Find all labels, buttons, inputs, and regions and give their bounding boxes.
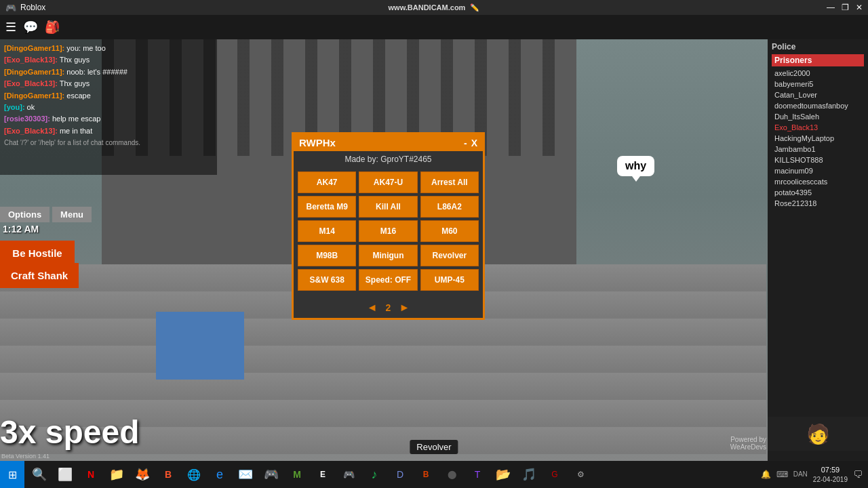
ie-icon[interactable]: e	[208, 462, 232, 487]
hack-btn-row-2: Beretta M9 Kill All L86A2	[298, 196, 479, 218]
sw638-button[interactable]: S&W 638	[298, 269, 356, 291]
backpack-icon[interactable]: 🎒	[45, 20, 60, 35]
speech-bubble: why	[617, 156, 654, 176]
hack-dialog-title: RWPHx	[299, 137, 336, 148]
minecraft-icon[interactable]: M	[285, 462, 309, 487]
weapon-tooltip: Revolver	[410, 440, 458, 454]
spotify-icon[interactable]: ♪	[362, 462, 387, 487]
be-hostile-button[interactable]: Be Hostile	[0, 241, 75, 266]
minimize-button[interactable]: —	[827, 3, 835, 12]
chat-message-5: [DingoGamer11]: escape	[4, 91, 213, 101]
m14-button[interactable]: M14	[298, 220, 356, 242]
beretta-button[interactable]: Beretta M9	[298, 196, 356, 218]
ak47u-button[interactable]: AK47-U	[359, 171, 417, 193]
bandicam-watermark: www.BANDICAM.com ✏️	[389, 3, 480, 12]
keyboard-icon: ⌨	[776, 470, 788, 479]
discord-icon[interactable]: D	[388, 462, 412, 487]
kill-all-button[interactable]: Kill All	[359, 196, 417, 218]
watermark: Powered by WeAreDevs	[730, 436, 766, 451]
chat-text-7: help me escap	[52, 115, 101, 123]
brave-icon[interactable]: B	[156, 462, 180, 487]
player-babyemeri5: babyemeri5	[772, 79, 864, 89]
hack-dialog-minimize[interactable]: -	[464, 138, 467, 148]
minigun-button[interactable]: Minigun	[359, 245, 417, 266]
menu-button[interactable]: Menu	[52, 207, 92, 222]
arrest-all-button[interactable]: Arrest All	[420, 171, 479, 193]
speed-off-button[interactable]: Speed: OFF	[359, 269, 417, 291]
bandicam-icon[interactable]: B	[414, 462, 438, 487]
twitch-icon[interactable]: T	[465, 462, 490, 487]
titlebar-left: 🎮 Roblox	[0, 3, 45, 13]
restore-button[interactable]: ❐	[842, 3, 849, 12]
ak47-button[interactable]: AK47	[298, 171, 356, 193]
page-next-button[interactable]: ►	[399, 302, 410, 314]
notifications-icon: 🗨	[853, 469, 863, 480]
right-panel: HackingMyLaptop Account: 11+ Police Pris…	[768, 15, 868, 488]
taskbar-clock: 07:59	[813, 465, 848, 474]
player-catan-lover: Catan_Lover	[772, 89, 864, 100]
chat-text-1: you: me too	[66, 44, 105, 52]
files-icon[interactable]: 📂	[491, 462, 515, 487]
page-number: 2	[386, 302, 391, 313]
chat-user-1: [DingoGamer11]:	[4, 44, 64, 52]
hack-btn-row-3: M14 M16 M60	[298, 220, 479, 242]
mail-icon[interactable]: ✉️	[233, 462, 258, 487]
chrome-icon[interactable]: 🌐	[182, 462, 206, 487]
taskbar-icons: 🔍 ⬜ N 📁 🦊 B 🌐 e ✉️ 🎮 M E 🎮 ♪ D B ⬤ T 📂 🎵…	[24, 461, 595, 488]
epic-games-icon[interactable]: E	[311, 462, 335, 487]
hack-dialog-subtitle: Made by: GproYT#2465	[294, 151, 483, 167]
windows-logo-icon: ⊞	[8, 468, 17, 481]
options-button[interactable]: Options	[0, 207, 50, 222]
steam-icon[interactable]: 🎮	[259, 462, 283, 487]
titlebar: 🎮 Roblox www.BANDICAM.com ✏️ — ❐ ✕	[0, 0, 868, 15]
player-mrcoolicesccats: mrcoolicesccats	[772, 176, 864, 187]
chat-message-3: [DingoGamer11]: noob: let's ######	[4, 67, 213, 77]
games-icon[interactable]: G	[542, 462, 567, 487]
chat-user-7: [rosie30303]:	[4, 115, 50, 123]
start-button[interactable]: ⊞	[0, 461, 24, 488]
craft-shank-button[interactable]: Craft Shank	[0, 263, 79, 288]
hack-dialog-titlebar: RWPHx - X	[294, 134, 483, 151]
chat-user-8: [Exo_Black13]:	[4, 127, 58, 135]
close-button[interactable]: ✕	[856, 3, 863, 12]
roblox-taskbar-icon[interactable]: 🎮	[336, 462, 361, 487]
chat-user-5: [DingoGamer11]:	[4, 92, 64, 100]
ump45-button[interactable]: UMP-45	[420, 269, 479, 291]
chat-message-1: [DingoGamer11]: you: me too	[4, 43, 213, 54]
beta-version: Beta Version 1.41	[1, 453, 50, 460]
file-explorer-icon[interactable]: 📁	[104, 462, 129, 487]
chat-text-3: noob: let's ######	[66, 68, 127, 76]
hack-dialog-close[interactable]: X	[471, 138, 477, 148]
m98b-button[interactable]: M98B	[298, 245, 356, 266]
obs-icon[interactable]: ⬤	[439, 462, 464, 487]
netflix-icon[interactable]: N	[79, 462, 103, 487]
chat-panel: [DingoGamer11]: you: me too [Exo_Black13…	[0, 39, 217, 175]
l86a2-button[interactable]: L86A2	[420, 196, 479, 218]
hack-btn-row-4: M98B Minigun Revolver	[298, 245, 479, 266]
tools-icon[interactable]: ⚙	[568, 462, 593, 487]
dan-label: DAN	[793, 470, 808, 478]
firefox-icon[interactable]: 🦊	[130, 462, 155, 487]
chat-user-2: [Exo_Black13]:	[4, 56, 58, 64]
revolver-button[interactable]: Revolver	[420, 245, 479, 266]
chat-user-4: [Exo_Black13]:	[4, 79, 58, 87]
player-macinum09: macinum09	[772, 165, 864, 176]
m16-button[interactable]: M16	[359, 220, 417, 242]
police-team-header: Police	[772, 42, 864, 52]
time-display: 1:12 AM	[3, 224, 39, 235]
hack-dialog-footer: ◄ 2 ►	[294, 298, 483, 318]
player-doomedtoumasfanboy: doomedtoumasfanboy	[772, 100, 864, 111]
m60-button[interactable]: M60	[420, 220, 479, 242]
player-jambambo1: Jambambo1	[772, 144, 864, 155]
blue-crate	[156, 312, 244, 380]
hamburger-menu-icon[interactable]: ☰	[5, 20, 16, 35]
chat-text-6: ok	[27, 103, 35, 111]
player-hackingmylaptop: HackingMyLaptop	[772, 133, 864, 144]
task-view-icon[interactable]: ⬜	[53, 462, 77, 487]
taskbar-right: 🔔 ⌨ DAN 07:59 22-04-2019 🗨	[761, 465, 868, 483]
page-prev-button[interactable]: ◄	[367, 302, 378, 314]
media-icon[interactable]: 🎵	[517, 462, 541, 487]
taskbar-date: 22-04-2019	[813, 475, 848, 484]
search-taskbar-icon[interactable]: 🔍	[27, 462, 52, 487]
chat-icon[interactable]: 💬	[23, 20, 38, 35]
